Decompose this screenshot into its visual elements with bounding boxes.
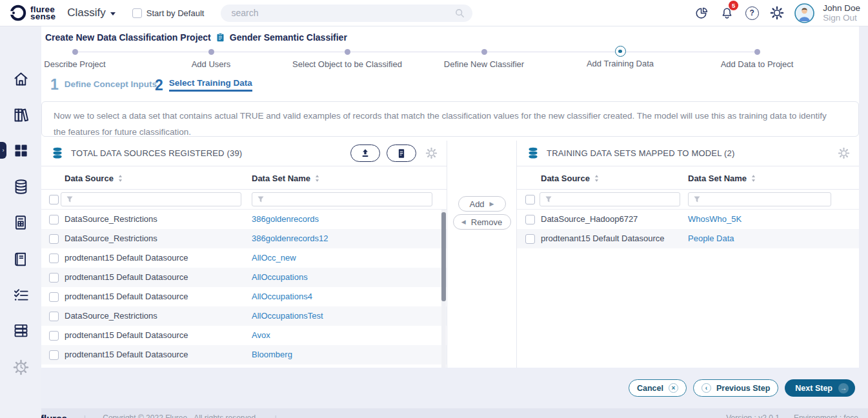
add-button[interactable]: Add ▶ [458, 196, 506, 212]
sort-icon [117, 174, 123, 183]
search-input[interactable] [221, 5, 472, 22]
next-step-label: Next Step [795, 384, 833, 393]
checklist-icon [12, 286, 30, 304]
cancel-button[interactable]: Cancel × [629, 379, 687, 397]
sidebar-item-reports[interactable] [0, 214, 41, 232]
data-set-link[interactable]: WhosWho_5K [688, 210, 742, 229]
notifications-button[interactable]: 5 [718, 5, 735, 21]
previous-step-button[interactable]: ‹ Previous Step [693, 379, 778, 397]
search-bar [221, 5, 472, 22]
sidebar-item-library[interactable] [0, 106, 41, 124]
data-set-link[interactable]: Bloomberg [252, 345, 292, 364]
row-checkbox[interactable] [49, 350, 59, 360]
tab-label: Select Training Data [169, 78, 252, 92]
select-all-checkbox[interactable] [525, 195, 535, 204]
upload-button[interactable] [350, 144, 380, 162]
column-headers: Data Source Data Set Name [517, 166, 859, 190]
data-set-link[interactable]: Avox [252, 326, 270, 345]
sign-out-link[interactable]: Sign Out [823, 13, 860, 23]
column-header-data-set-name[interactable]: Data Set Name [688, 166, 756, 190]
gear-icon [838, 147, 850, 159]
table-settings-button[interactable] [838, 147, 850, 159]
column-header-data-set-name[interactable]: Data Set Name [252, 166, 320, 190]
fluree-sense-logo[interactable]: fluree sense [9, 4, 56, 22]
start-by-default-label: Start by Default [146, 8, 205, 18]
topbar-actions: 5 ? [693, 3, 860, 23]
scrollbar-thumb[interactable] [441, 212, 446, 301]
analytics-button[interactable] [693, 5, 710, 21]
sidebar-item-docs[interactable] [0, 250, 41, 268]
settings-button[interactable] [769, 5, 785, 21]
remove-button[interactable]: ◀ Remove [453, 214, 511, 230]
data-source-filter-input[interactable] [540, 192, 680, 206]
row-checkbox[interactable] [49, 273, 59, 283]
transfer-panels: TOTAL DATA SOURCES REGISTERED (39) [41, 141, 859, 368]
filter-funnel-icon [693, 195, 701, 203]
step-dot [481, 49, 487, 55]
document-button[interactable] [387, 144, 416, 162]
data-set-filter [252, 192, 432, 206]
sidebar-item-infrastructure[interactable] [0, 321, 41, 339]
wizard-actions: Cancel × ‹ Previous Step Next Step → [629, 379, 855, 397]
sort-icon [314, 174, 320, 183]
sidebar-item-tasks[interactable] [0, 286, 41, 304]
step-select-object[interactable]: Select Object to be Classified [273, 46, 421, 69]
tab-select-training-data-active[interactable]: 2 Select Training Data [155, 78, 252, 92]
row-checkbox[interactable] [49, 234, 59, 244]
step-define-classifier[interactable]: Define New Classifier [410, 46, 558, 69]
user-avatar[interactable] [794, 3, 814, 23]
row-checkbox[interactable] [49, 215, 59, 224]
tab-define-concept-inputs[interactable]: 1 Define Concept Inputs [50, 78, 157, 91]
help-button[interactable]: ? [743, 5, 760, 21]
data-set-link[interactable]: 386goldenrecords12 [252, 229, 328, 248]
data-set-link[interactable]: AllOccupations4 [252, 287, 312, 306]
row-checkbox[interactable] [49, 331, 59, 341]
step-add-training-data-active[interactable]: Add Training Data [546, 46, 694, 68]
sidebar-expand-handle[interactable]: › [0, 142, 6, 159]
sidebar-item-home[interactable] [0, 70, 41, 88]
step-add-data-to-project[interactable]: Add Data to Project [683, 46, 831, 69]
search-icon [454, 7, 466, 19]
data-set-link[interactable]: AllOccupationsTest [252, 306, 323, 326]
footer-divider: | [84, 413, 86, 418]
row-checkbox[interactable] [49, 312, 59, 321]
step-label: Add Users [137, 59, 285, 69]
user-name: John Doe [823, 3, 860, 13]
filter-row [517, 190, 859, 210]
data-set-filter-input[interactable] [252, 192, 432, 206]
row-checkbox[interactable] [49, 292, 59, 302]
book-icon [12, 251, 29, 268]
table-row: prodtenant15 Default Datasource AllOccup… [41, 268, 447, 287]
step-dot [345, 49, 350, 55]
data-sources-panel-header: TOTAL DATA SOURCES REGISTERED (39) [41, 141, 447, 166]
brand-line2: sense [30, 13, 56, 20]
avatar [794, 3, 814, 23]
data-set-link[interactable]: AllOcc_new [252, 248, 296, 268]
column-header-data-source[interactable]: Data Source [65, 166, 123, 190]
step-label: Add Training Data [546, 59, 694, 68]
step-dot [208, 49, 214, 55]
version-text: Version : v2.0.1 [726, 413, 780, 418]
app-menu-dropdown[interactable]: Classify [56, 6, 116, 19]
data-set-link[interactable]: 386goldenrecords [252, 210, 319, 229]
table-scrollbar[interactable] [441, 210, 446, 368]
data-source-filter-input[interactable] [61, 192, 241, 206]
column-label: Data Source [65, 174, 114, 183]
row-checkbox[interactable] [525, 234, 535, 244]
data-set-link[interactable]: People Data [688, 229, 734, 248]
next-step-button[interactable]: Next Step → [785, 379, 855, 397]
gear-icon [425, 147, 438, 159]
sidebar-item-database[interactable] [0, 177, 41, 195]
step-add-users[interactable]: Add Users [137, 46, 285, 69]
column-header-data-source[interactable]: Data Source [541, 166, 600, 190]
table-settings-button[interactable] [425, 147, 438, 159]
database-icon [12, 178, 30, 195]
row-checkbox[interactable] [525, 215, 535, 224]
select-all-checkbox[interactable] [49, 195, 59, 204]
data-set-link[interactable]: AllOccupations [252, 268, 308, 287]
step-dot [754, 49, 760, 55]
data-set-filter-input[interactable] [688, 192, 831, 206]
start-by-default-checkbox[interactable] [132, 8, 142, 18]
sidebar-item-history-settings[interactable] [0, 358, 41, 376]
row-checkbox[interactable] [49, 254, 59, 263]
